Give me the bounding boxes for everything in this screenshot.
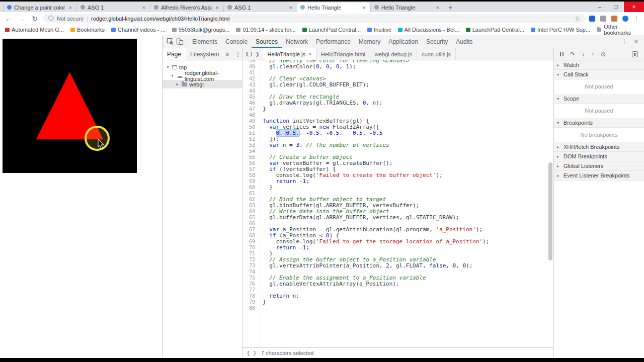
- file-tab-close-icon[interactable]: ×: [308, 51, 311, 57]
- sidebar-section-xhr-fetch-breakpoints[interactable]: ▸XHR/fetch Breakpoints: [554, 142, 644, 152]
- line-number[interactable]: 62: [243, 197, 258, 203]
- code-line-76[interactable]: 76 gl.enableVertexAttribArray(a_Position…: [243, 281, 553, 287]
- code-text[interactable]: gl.bufferData(gl.ARRAY_BUFFER, vertices,…: [258, 215, 459, 221]
- devtools-tab-memory[interactable]: Memory: [355, 35, 384, 48]
- pretty-print-icon[interactable]: { }: [247, 350, 257, 356]
- tab-close-icon[interactable]: ×: [288, 5, 293, 11]
- device-toolbar-icon[interactable]: [176, 38, 184, 45]
- devtools-close-icon[interactable]: ×: [634, 38, 638, 45]
- line-number[interactable]: 63: [243, 203, 258, 209]
- reload-button[interactable]: ↻: [30, 15, 39, 23]
- code-line-51[interactable]: 51 0, 0.5, -0.5, -0.5, 0.5, -0.5: [243, 130, 553, 136]
- devtools-menu-icon[interactable]: ⋮: [621, 38, 628, 45]
- line-number[interactable]: 78: [243, 293, 258, 299]
- navigator-more-tabs-icon[interactable]: »: [223, 51, 231, 58]
- sidebar-section-dom-breakpoints[interactable]: ▸DOM Breakpoints: [554, 152, 644, 161]
- cast-icon[interactable]: [589, 16, 595, 22]
- tab-close-icon[interactable]: ×: [362, 5, 367, 11]
- tab-close-icon[interactable]: ×: [435, 5, 440, 11]
- browser-tab-asg-1[interactable]: ASG 1×: [76, 3, 150, 12]
- line-number[interactable]: 69: [243, 239, 258, 245]
- step-over-icon[interactable]: ↷: [570, 51, 575, 58]
- line-number[interactable]: 68: [243, 233, 258, 239]
- code-text[interactable]: [258, 112, 263, 118]
- line-number[interactable]: 50: [243, 124, 258, 130]
- line-number[interactable]: 53: [243, 142, 258, 148]
- line-number[interactable]: 79: [243, 299, 258, 305]
- line-number[interactable]: 43: [243, 82, 258, 88]
- code-text[interactable]: gl.drawArrays(gl.TRIANGLES, 0, n);: [258, 100, 382, 106]
- line-number[interactable]: 74: [243, 269, 258, 275]
- bookmark-all-discussions-bel[interactable]: All Discussions - Bel...: [398, 27, 459, 33]
- bookmark-95033talk-groups[interactable]: 95033talk@groups...: [172, 27, 230, 33]
- expand-arrow-icon[interactable]: ▾: [166, 65, 170, 69]
- browser-menu-icon[interactable]: ⋮: [633, 15, 640, 22]
- bookmark-automated-mesh-g[interactable]: Automated Mesh G...: [5, 27, 64, 33]
- code-text[interactable]: gl.clear(gl.COLOR_BUFFER_BIT);: [258, 82, 369, 88]
- pause-on-exceptions-icon[interactable]: [632, 51, 638, 57]
- bookmark-star-icon[interactable]: ☆: [575, 15, 580, 22]
- address-bar[interactable]: ⓘ Not secure | rodger.global-linguist.co…: [43, 14, 585, 23]
- file-tab-webgl-debug-js[interactable]: webgl-debug.js: [370, 48, 417, 60]
- other-bookmarks-button[interactable]: Other bookmarks: [597, 24, 639, 36]
- code-line-53[interactable]: 53 var n = 3; // The number of vertices: [243, 142, 553, 148]
- line-number[interactable]: 65: [243, 215, 258, 221]
- line-number[interactable]: 70: [243, 245, 258, 251]
- code-text[interactable]: }: [258, 185, 273, 191]
- line-number[interactable]: 41: [243, 70, 258, 76]
- file-tab-cuon-utils-js[interactable]: cuon-utils.js: [417, 48, 456, 60]
- line-number[interactable]: 73: [243, 263, 258, 269]
- bookmark-01-09-14-slides-for[interactable]: 01:09:14 - slides for...: [236, 27, 295, 33]
- inspect-element-icon[interactable]: [167, 38, 174, 45]
- line-number[interactable]: 54: [243, 148, 258, 154]
- tab-close-icon[interactable]: ×: [141, 5, 146, 11]
- expand-arrow-icon[interactable]: ▾: [170, 73, 175, 78]
- line-number[interactable]: 51: [243, 130, 258, 136]
- devtools-tab-performance[interactable]: Performance: [312, 35, 355, 48]
- browser-tab-hello-triangle[interactable]: Hello Triangle×: [297, 3, 370, 12]
- sidebar-section-call-stack[interactable]: ▾Call Stack: [554, 70, 644, 79]
- code-line-43[interactable]: 43 gl.clear(gl.COLOR_BUFFER_BIT);: [243, 82, 553, 88]
- line-number[interactable]: 80: [243, 305, 258, 311]
- line-number[interactable]: 66: [243, 221, 258, 227]
- line-number[interactable]: 44: [243, 88, 258, 94]
- code-text[interactable]: }: [258, 106, 266, 112]
- step-into-icon[interactable]: ↓: [582, 51, 585, 58]
- browser-tab-hello-triangle[interactable]: Hello Triangle×: [370, 3, 444, 12]
- devtools-tab-console[interactable]: Console: [221, 35, 252, 48]
- file-tab-hellotriangle-js[interactable]: HelloTriangle.js×: [263, 48, 316, 60]
- code-editor[interactable]: 39 // Specify the color for clearing <ca…: [243, 60, 553, 347]
- code-line-65[interactable]: 65 gl.bufferData(gl.ARRAY_BUFFER, vertic…: [243, 215, 553, 221]
- code-line-46[interactable]: 46 gl.drawArrays(gl.TRIANGLES, 0, n);: [243, 100, 553, 106]
- line-number[interactable]: 67: [243, 227, 258, 233]
- code-line-80[interactable]: 80: [243, 305, 553, 311]
- browser-tab-alfredo-rivero-s-assignment-1[interactable]: Alfredo Rivero's Assignment 1×: [150, 3, 223, 12]
- sidebar-section-breakpoints[interactable]: ▾Breakpoints: [554, 118, 644, 128]
- extension-icon[interactable]: [611, 16, 617, 22]
- sidebar-section-watch[interactable]: ▸Watch: [554, 60, 644, 70]
- navigator-tab-filesystem[interactable]: Filesystem: [186, 48, 223, 60]
- webgl-canvas[interactable]: [3, 39, 137, 173]
- line-number[interactable]: 75: [243, 275, 258, 281]
- code-line-40[interactable]: 40 gl.clearColor(0, 0, 0, 1);: [243, 64, 553, 70]
- bookmark-channel-videos[interactable]: Channel videos - ...: [111, 27, 166, 33]
- sidebar-section-scope[interactable]: ▾Scope: [554, 94, 644, 104]
- sidebar-section-event-listener-breakpoints[interactable]: ▸Event Listener Breakpoints: [554, 171, 644, 180]
- line-number[interactable]: 60: [243, 185, 258, 191]
- line-number[interactable]: 40: [243, 64, 258, 70]
- line-number[interactable]: 71: [243, 251, 258, 257]
- devtools-tab-audits[interactable]: Audits: [452, 35, 476, 48]
- code-text[interactable]: var n = 3; // The number of vertices: [258, 142, 389, 148]
- code-line-73[interactable]: 73 gl.vertexAttribPointer(a_Position, 2,…: [243, 263, 553, 269]
- bookmark-intel-perc-h-w-sup[interactable]: Intel PerC H/W Sup...: [531, 27, 590, 33]
- bookmark-launchpad-central[interactable]: LaunchPad Central...: [302, 27, 361, 33]
- code-text[interactable]: [258, 305, 263, 311]
- profile-badge[interactable]: [622, 16, 628, 22]
- line-number[interactable]: 59: [243, 178, 258, 185]
- tab-close-icon[interactable]: ×: [215, 5, 220, 11]
- line-number[interactable]: 45: [243, 94, 258, 100]
- tab-history-icon[interactable]: ❯: [256, 52, 260, 57]
- file-tab-hellotriangle-html[interactable]: HelloTriangle.html: [316, 48, 370, 60]
- site-info-icon[interactable]: ⓘ: [48, 15, 54, 22]
- toggle-navigator-icon[interactable]: [246, 52, 252, 56]
